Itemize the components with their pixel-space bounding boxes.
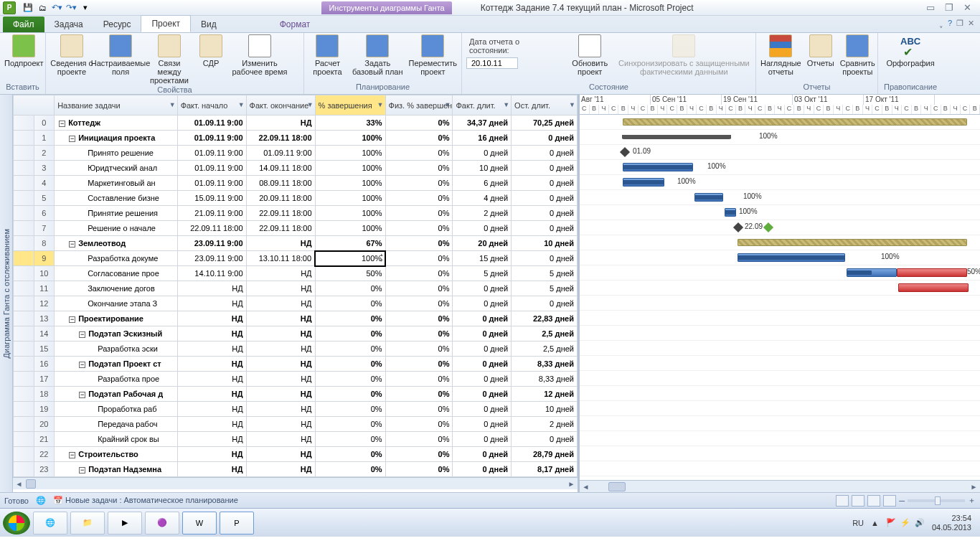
col-actual-dur[interactable]: Факт. длит.▼ <box>453 95 512 116</box>
start-button[interactable] <box>3 512 30 534</box>
gantt-bar[interactable] <box>725 210 736 215</box>
tab-resource[interactable]: Ресурс <box>93 17 141 32</box>
status-globe-icon[interactable]: 🌐 <box>36 496 46 505</box>
taskbar-ie[interactable]: 🌐 <box>33 512 67 534</box>
close-icon[interactable]: ✕ <box>961 2 974 13</box>
gantt-bar[interactable] <box>623 180 664 184</box>
update-project-button[interactable]: Обновить проект <box>569 34 611 76</box>
table-row[interactable]: 1 −Инициация проекта 01.09.11 9:0022.09.… <box>14 131 578 146</box>
gantt-row[interactable] <box>580 416 980 431</box>
taskbar-word[interactable]: W <box>182 512 217 534</box>
tab-format[interactable]: Формат <box>270 17 321 32</box>
qat-icon[interactable]: 🗂 <box>36 1 49 14</box>
table-row[interactable]: 8 −Землеотвод 23.09.11 9:00НД67% 0%20 дн… <box>14 236 578 251</box>
window-icon[interactable]: ❐ <box>956 19 963 28</box>
gantt-row[interactable]: 100% <box>580 190 980 205</box>
col-remain-dur[interactable]: Ост. длит.▼ <box>512 95 578 116</box>
help-icon[interactable]: ? <box>948 19 952 28</box>
view-btn-1[interactable] <box>836 495 849 507</box>
col-name[interactable]: Название задачи▼ <box>55 95 177 116</box>
compare-button[interactable]: Сравнить проекты <box>840 34 875 76</box>
gantt-bar[interactable] <box>898 283 969 292</box>
view-title-bar[interactable]: Диаграмма Ганта с отслеживанием <box>0 95 13 492</box>
project-info-button[interactable]: Сведения о проекте <box>50 34 93 76</box>
table-row[interactable]: 3 Юридтческий анал 01.09.11 9:0014.09.11… <box>14 161 578 176</box>
gantt-row[interactable] <box>580 281 980 296</box>
minimize-ribbon-icon[interactable]: ˬ <box>939 19 943 28</box>
subproject-button[interactable]: Подпроект <box>4 34 43 67</box>
close-inner-icon[interactable]: ✕ <box>968 19 974 28</box>
gantt-hscroll[interactable]: ◄► <box>580 480 980 492</box>
table-row[interactable]: 22 −Строительство НДНД0% 0%0 дней28,79 д… <box>14 447 578 462</box>
table-row[interactable]: 14 −Подэтап Эскизный НДНД0% 0%0 дней2,5 … <box>14 326 578 342</box>
table-hscroll[interactable]: ◄► <box>13 477 578 489</box>
gantt-bar[interactable] <box>623 118 967 126</box>
gantt-row[interactable] <box>580 235 980 250</box>
table-row[interactable]: 20 Передача рабоч НДНД0% 0%0 дней2 дней <box>14 417 578 432</box>
wbs-button[interactable]: СДР <box>197 34 225 67</box>
cell-edit[interactable]: 100% <box>315 251 385 266</box>
milestone-icon[interactable] <box>733 222 743 232</box>
status-date-value[interactable]: 20.10.11 <box>466 57 518 69</box>
baseline-button[interactable]: Задать базовый план <box>352 34 403 76</box>
tab-project[interactable]: Проект <box>141 15 191 32</box>
table-row[interactable]: 4 Маркетинговый ан 01.09.11 9:0008.09.11… <box>14 176 578 191</box>
table-row[interactable]: 16 −Подэтап Проект ст НДНД0% 0%0 дней8,3… <box>14 357 578 372</box>
task-table[interactable]: Название задачи▼ Факт. начало▼ Факт. око… <box>13 95 580 492</box>
gantt-row[interactable] <box>580 115 980 130</box>
move-project-button[interactable]: Переместить проект <box>409 34 457 76</box>
table-row[interactable]: 15 Разработка эски НДНД0% 0%0 дней2,5 дн… <box>14 342 578 357</box>
table-row[interactable]: 19 Проработка раб НДНД0% 0%0 дней10 дней <box>14 402 578 417</box>
gantt-row[interactable] <box>580 431 980 446</box>
view-btn-2[interactable] <box>852 495 864 507</box>
milestone-icon[interactable] <box>620 147 630 157</box>
change-worktime-button[interactable]: Изменить рабочее время <box>231 34 288 76</box>
redo-icon[interactable]: ↷▾ <box>65 1 77 14</box>
gantt-row[interactable]: 50% <box>580 265 980 281</box>
save-icon[interactable]: 💾 <box>22 1 34 14</box>
restore-icon[interactable]: ❐ <box>942 2 956 13</box>
gantt-row[interactable]: 100% <box>580 175 980 190</box>
table-row[interactable]: 5 Составление бизне 15.09.11 9:0020.09.1… <box>14 191 578 206</box>
view-btn-4[interactable] <box>883 495 896 507</box>
table-row[interactable]: 13 −Проектирование НДНД0% 0%0 дней22,83 … <box>14 311 578 326</box>
table-row[interactable]: 11 Заключение догов НДНД0% 0%0 дней5 дне… <box>14 281 578 296</box>
col-phys-pct[interactable]: Физ. % завершения▼ <box>385 95 453 116</box>
table-row[interactable]: 12 Окончание этапа З НДНД0% 0%0 дней0 дн… <box>14 296 578 311</box>
gantt-row[interactable]: 22.09 <box>580 220 980 235</box>
tab-task[interactable]: Задача <box>44 17 93 32</box>
table-row[interactable]: 17 Разработка прое НДНД0% 0%0 дней8,33 д… <box>14 372 578 387</box>
col-actual-start[interactable]: Факт. начало▼ <box>177 95 246 116</box>
table-row[interactable]: 6 Принятие решения 21.09.11 9:0022.09.11… <box>14 206 578 221</box>
table-row[interactable]: 2 Принято решение 01.09.11 9:0001.09.11 … <box>14 146 578 161</box>
gantt-bar[interactable] <box>694 195 723 199</box>
taskbar-explorer[interactable]: 📁 <box>70 512 105 534</box>
milestone-icon[interactable] <box>763 222 773 232</box>
gantt-row[interactable] <box>580 326 980 341</box>
col-pct-complete[interactable]: % завершения▼ <box>315 95 385 116</box>
gantt-row[interactable]: 100% <box>580 205 980 220</box>
gantt-row[interactable]: 100% <box>580 250 980 265</box>
zoom-out-icon[interactable]: ─ <box>899 496 905 505</box>
table-row[interactable]: 23 −Подэтап Надземна НДНД0% 0%0 дней8,17… <box>14 462 578 477</box>
view-btn-3[interactable] <box>867 495 880 507</box>
table-row[interactable]: 18 −Подэтап Рабочая д НДНД0% 0%0 дней12 … <box>14 387 578 402</box>
gantt-chart[interactable]: Авг '1105 Сен '1119 Сен '1103 Окт '1117 … <box>580 95 980 492</box>
gantt-bar[interactable] <box>738 239 967 246</box>
gantt-bar[interactable] <box>847 270 872 275</box>
spellcheck-button[interactable]: Орфография <box>882 34 938 67</box>
gantt-row[interactable]: 100% <box>580 130 980 145</box>
reports-button[interactable]: Отчеты <box>807 34 834 67</box>
undo-icon[interactable]: ↶▾ <box>50 1 63 14</box>
gantt-bar[interactable] <box>623 165 693 169</box>
table-row[interactable]: 10 Согласование прое 14.10.11 9:00НД50% … <box>14 266 578 281</box>
gantt-row[interactable] <box>580 356 980 371</box>
minimize-icon[interactable]: ▭ <box>923 2 938 13</box>
gantt-bar[interactable] <box>897 268 967 277</box>
taskbar-project[interactable]: P <box>220 512 254 534</box>
tray-up-icon[interactable]: ▲ <box>871 519 879 527</box>
clock[interactable]: 23:5404.05.2013 <box>932 514 977 532</box>
gantt-row[interactable] <box>580 341 980 356</box>
gantt-bar[interactable] <box>738 255 845 260</box>
calculate-button[interactable]: Расчет проекта <box>308 34 347 76</box>
